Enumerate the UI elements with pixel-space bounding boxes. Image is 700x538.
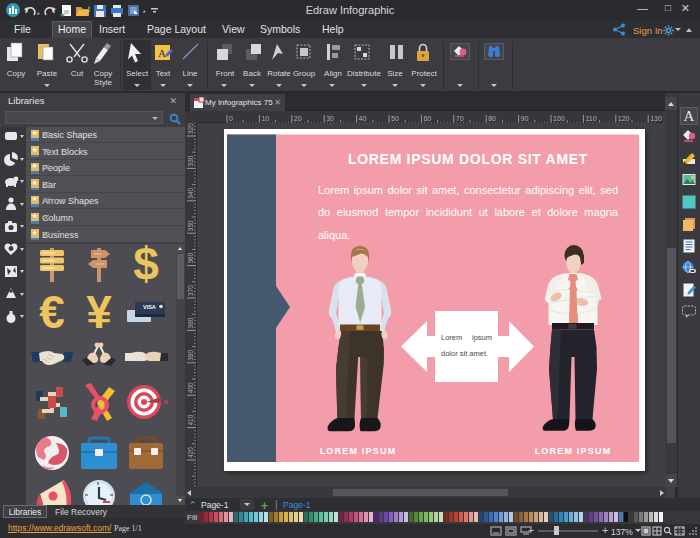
svg-text:60: 60 <box>423 115 431 122</box>
svg-text:VISA: VISA <box>143 304 156 310</box>
svg-text:30: 30 <box>326 115 334 122</box>
svg-text:20: 20 <box>294 115 302 122</box>
svg-text:50: 50 <box>391 115 399 122</box>
svg-text:340: 340 <box>187 188 194 199</box>
svg-text:420: 420 <box>187 447 194 458</box>
svg-text:0: 0 <box>229 115 233 122</box>
svg-text:100: 100 <box>553 115 565 122</box>
svg-text:130: 130 <box>650 115 662 122</box>
svg-text:$: $ <box>133 244 159 290</box>
svg-text:90: 90 <box>521 115 529 122</box>
svg-text:400: 400 <box>187 382 194 393</box>
svg-text:70: 70 <box>456 115 464 122</box>
svg-text:370: 370 <box>187 285 194 296</box>
svg-text:10: 10 <box>261 115 269 122</box>
svg-text:330: 330 <box>187 155 194 166</box>
svg-text:410: 410 <box>187 414 194 425</box>
svg-text:360: 360 <box>187 252 194 263</box>
svg-text:80: 80 <box>488 115 496 122</box>
svg-text:¥: ¥ <box>86 286 112 338</box>
svg-text:40: 40 <box>359 115 367 122</box>
svg-text:A: A <box>158 47 166 59</box>
svg-text:320: 320 <box>187 123 194 134</box>
svg-text:€: € <box>39 286 65 338</box>
svg-text:390: 390 <box>187 350 194 361</box>
svg-text:120: 120 <box>618 115 630 122</box>
svg-text:110: 110 <box>585 115 596 122</box>
svg-text:380: 380 <box>187 317 194 328</box>
svg-text:350: 350 <box>187 220 194 231</box>
